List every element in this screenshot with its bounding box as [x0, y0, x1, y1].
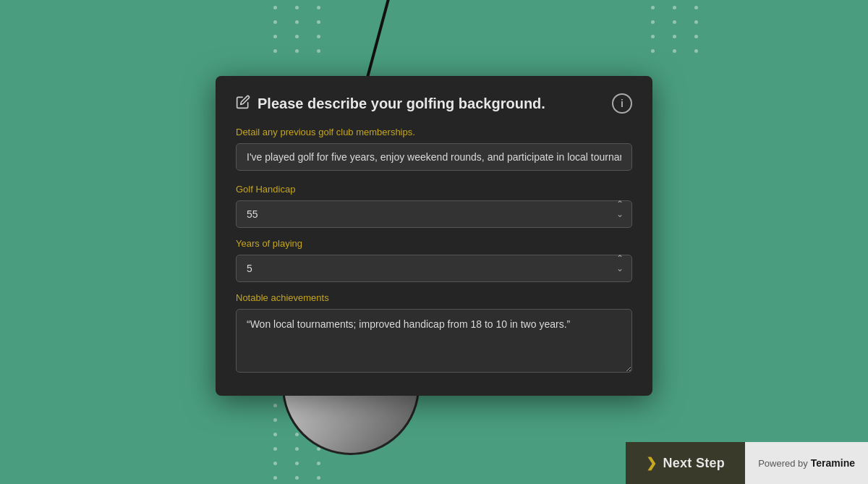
next-step-arrow-icon: ❯	[646, 455, 657, 471]
teramine-brand: Teramine	[811, 457, 855, 469]
modal-dialog: Please describe your golfing background.…	[216, 76, 652, 396]
modal-title: Please describe your golfing background.	[258, 95, 545, 112]
handicap-label: Golf Handicap	[236, 184, 632, 195]
achievements-textarea[interactable]	[236, 309, 632, 373]
years-label: Years of playing	[236, 238, 632, 249]
next-step-label: Next Step	[663, 456, 725, 471]
modal-header: Please describe your golfing background.…	[236, 93, 632, 114]
info-icon[interactable]: i	[612, 93, 632, 114]
handicap-wrapper: Golf Handicap 55 1 10 18 36 ⌃⌄	[236, 184, 632, 228]
years-wrapper: Years of playing 5 1 2 3 10 ⌃⌄	[236, 238, 632, 282]
next-step-button[interactable]: ❯ Next Step	[626, 442, 745, 484]
handicap-select[interactable]: 55 1 10 18 36	[236, 200, 632, 228]
powered-by-badge: Powered by Teramine	[745, 442, 868, 484]
description-input[interactable]	[236, 143, 632, 171]
edit-icon	[236, 95, 250, 113]
bottom-bar: ❯ Next Step Powered by Teramine	[626, 442, 868, 484]
powered-by-prefix: Powered by	[758, 458, 808, 469]
modal-title-group: Please describe your golfing background.	[236, 95, 545, 113]
achievements-label: Notable achievements	[236, 292, 632, 303]
description-label: Detail any previous golf club membership…	[236, 127, 632, 137]
years-select[interactable]: 5 1 2 3 10	[236, 255, 632, 282]
